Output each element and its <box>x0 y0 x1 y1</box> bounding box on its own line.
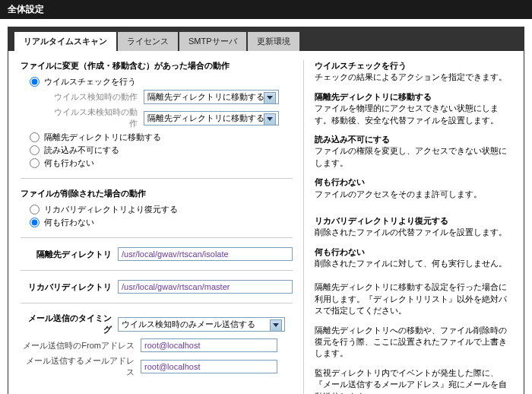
label-from-address: メール送信時のFromアドレス <box>21 340 135 351</box>
radio-virus-check-label: ウイルスチェックを行う <box>44 76 136 87</box>
label-on-nodetect: ウイルス未検知時の動作 <box>54 106 138 129</box>
settings-panel: リアルタイムスキャン ライセンス SMTPサーバ 更新環境 ファイルに変更（作成… <box>8 27 524 394</box>
radio-readonly[interactable] <box>30 145 40 155</box>
select-on-detect[interactable]: 隔離先ディレクトリに移動する <box>144 90 279 104</box>
help-t3: ファイルの権限を変更し、アクセスできない状態にします。 <box>315 146 507 167</box>
label-isolate-dir: 隔離先ディレクトリ <box>21 249 112 260</box>
label-to-address: メール送信するメールアドレス <box>21 355 135 378</box>
section-file-change-title: ファイルに変更（作成・移動含む）があった場合の動作 <box>21 60 293 71</box>
help-h3: 読み込み不可にする <box>315 134 511 145</box>
input-from-address[interactable] <box>141 338 277 352</box>
help-t5: 削除されたファイルの代替ファイルを設置します。 <box>315 227 507 237</box>
help-t4: ファイルのアクセスをそのまま許可します。 <box>315 189 482 199</box>
radio-move-isolate[interactable] <box>30 132 40 142</box>
select-mail-timing[interactable]: ウイルス検知時のみメール送信する <box>118 317 285 332</box>
label-recover-dir: リカバリディレクトリ <box>21 281 112 293</box>
left-column: ファイルに変更（作成・移動含む）があった場合の動作 ウイルスチェックを行う ウイ… <box>21 60 303 394</box>
radio-move-isolate-label: 隔離先ディレクトリに移動する <box>44 132 161 143</box>
tab-update[interactable]: 更新環境 <box>248 32 299 51</box>
tab-realtime-scan[interactable]: リアルタイムスキャン <box>14 32 116 51</box>
separator <box>21 178 293 179</box>
separator <box>21 270 293 271</box>
label-mail-timing: メール送信のタイミング <box>21 313 112 335</box>
separator <box>21 303 293 303</box>
tab-bar: リアルタイムスキャン ライセンス SMTPサーバ 更新環境 <box>8 27 524 51</box>
input-to-address[interactable] <box>141 360 277 373</box>
help-h5: リカバリディレクトリより復元する <box>315 215 511 227</box>
radio-nothing2[interactable] <box>30 218 40 227</box>
help-h2: 隔離先ディレクトリに移動する <box>315 91 511 103</box>
tab-license[interactable]: ライセンス <box>118 32 178 51</box>
radio-nothing1-label: 何も行わない <box>44 157 94 169</box>
input-isolate-dir[interactable] <box>118 247 293 261</box>
help-t8: 隔離先ディレクトリへの移動や、ファイル削除時の復元を行う際、ここに設置されたファ… <box>315 326 507 358</box>
separator <box>21 237 293 238</box>
select-on-nodetect[interactable]: 隔離先ディレクトリに移動する <box>144 111 279 126</box>
input-recover-dir[interactable] <box>118 280 293 294</box>
right-column: ウイルスチェックを行うチェックの結果によるアクションを指定できます。 隔離先ディ… <box>303 60 511 394</box>
window-title: 全体設定 <box>0 0 532 19</box>
radio-readonly-label: 読み込み不可にする <box>44 145 119 156</box>
help-t1: チェックの結果によるアクションを指定できます。 <box>315 72 507 81</box>
radio-virus-check[interactable] <box>30 77 40 87</box>
help-t9: 監視ディレクトリ内でイベントが発生した際に、『メール送信するメールアドレス』宛に… <box>315 368 507 394</box>
radio-nothing1[interactable] <box>30 158 40 168</box>
radio-recover-label: リカバリディレクトリより復元する <box>44 204 178 215</box>
section-file-delete-title: ファイルが削除された場合の動作 <box>21 188 293 199</box>
help-t7: 隔離先ディレクトリに移動する設定を行った場合に利用します。『ディレクトリリスト』… <box>315 282 507 315</box>
help-h4: 何も行わない <box>315 176 511 188</box>
radio-nothing2-label: 何も行わない <box>44 217 94 228</box>
label-on-detect: ウイルス検知時の動作 <box>54 91 138 103</box>
radio-recover[interactable] <box>30 205 40 214</box>
help-t2: ファイルを物理的にアクセスできない状態にします。移動後、安全な代替ファイルを設置… <box>315 103 499 124</box>
help-t6: 削除されたファイルに対して、何も実行しません。 <box>315 259 507 268</box>
help-h6: 何も行わない <box>315 246 511 258</box>
tab-smtp[interactable]: SMTPサーバ <box>179 32 246 51</box>
help-h1: ウイルスチェックを行う <box>315 60 511 71</box>
